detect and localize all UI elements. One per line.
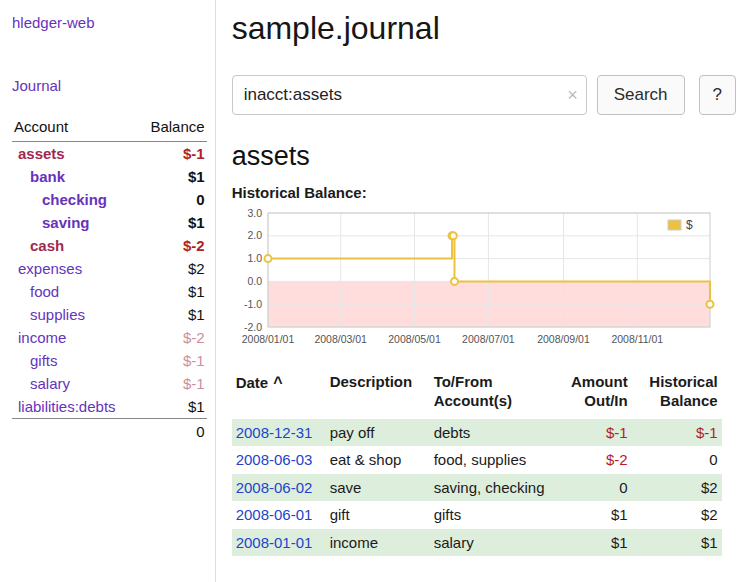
account-row: cash$-2 [12,234,207,257]
account-balance: $-2 [137,326,207,349]
register-table-body: 2008-12-31pay offdebts$-1$-12008-06-03ea… [232,419,722,557]
description-column-header: Description [326,371,430,419]
register-header-row: Date^ Description To/From Account(s) Amo… [232,371,722,419]
transaction-date-link[interactable]: 2008-06-01 [236,506,313,523]
account-link[interactable]: bank [30,168,65,185]
transaction-description-cell: eat & shop [326,446,430,474]
app-title: hledger-web [12,14,207,31]
chart-y-tick-label: 0.0 [247,275,262,287]
transaction-row: 2008-06-03eat & shopfood, supplies$-20 [232,446,722,474]
account-row: income$-2 [12,326,207,349]
account-row: supplies$1 [12,303,207,326]
transaction-balance-cell: $2 [632,474,722,502]
date-header-label: Date [236,374,269,391]
account-column-header: Account [12,118,137,142]
account-link[interactable]: cash [30,237,64,254]
account-tree-body: assets$-1bank$1checking0saving$1cash$-2e… [12,142,207,419]
account-balance: $1 [137,303,207,326]
transaction-date-link[interactable]: 2008-06-03 [236,451,313,468]
chart-y-tick-label: 2.0 [247,229,262,241]
account-link[interactable]: checking [42,191,107,208]
account-row: bank$1 [12,165,207,188]
transaction-balance-cell: $-1 [632,419,722,447]
search-button[interactable]: Search [597,75,685,115]
account-row: liabilities:debts$1 [12,395,207,419]
account-name-cell: liabilities:debts [12,395,137,419]
transaction-row: 2008-06-01giftgifts$1$2 [232,501,722,529]
account-balance: $1 [137,395,207,419]
date-column-header[interactable]: Date^ [232,371,326,419]
account-link[interactable]: liabilities:debts [18,398,116,415]
chart-y-tick-label: -1.0 [244,298,262,310]
sidebar: hledger-web Journal Account Balance asse… [0,0,216,582]
transaction-amount-cell: 0 [560,474,632,502]
transaction-date-link[interactable]: 2008-01-01 [236,534,313,551]
transaction-description-cell: pay off [326,419,430,447]
balance-column-header: Balance [137,118,207,142]
account-name-cell: income [12,326,137,349]
account-name-cell: salary [12,372,137,395]
nav-journal: Journal [12,77,207,94]
transaction-accounts-cell: saving, checking [430,474,560,502]
account-name-cell: food [12,280,137,303]
main-content: sample.journal × Search ? assets Histori… [216,0,742,582]
account-balance: $1 [137,280,207,303]
account-link[interactable]: salary [30,375,70,392]
transaction-balance-cell: 0 [632,446,722,474]
account-balance: $-2 [137,234,207,257]
transaction-date-cell: 2008-06-01 [232,501,326,529]
transaction-description-cell: save [326,474,430,502]
transaction-accounts-cell: salary [430,529,560,557]
transaction-amount-cell: $-1 [560,419,632,447]
account-balance: 0 [137,188,207,211]
account-link[interactable]: income [18,329,66,346]
clear-search-icon[interactable]: × [567,86,578,104]
transaction-date-link[interactable]: 2008-06-02 [236,479,313,496]
chart-x-tick-label: 2008/01/01 [241,333,294,345]
chart-y-tick-label: 1.0 [247,252,262,264]
account-balance: $-1 [137,372,207,395]
transaction-amount-cell: $1 [560,501,632,529]
account-row: checking0 [12,188,207,211]
account-name-cell: assets [12,142,137,166]
account-heading: assets [232,141,736,172]
account-tree: Account Balance assets$-1bank$1checking0… [12,118,207,443]
chart-data-point [706,301,713,308]
chart-data-point [451,278,458,285]
transaction-date-cell: 2008-12-31 [232,419,326,447]
account-link[interactable]: gifts [30,352,58,369]
transaction-date-link[interactable]: 2008-12-31 [236,424,313,441]
search-box: × [232,75,587,115]
account-tree-header-row: Account Balance [12,118,207,142]
account-link[interactable]: food [30,283,59,300]
account-row: assets$-1 [12,142,207,166]
transaction-balance-cell: $2 [632,501,722,529]
transaction-amount-cell: $1 [560,529,632,557]
account-name-cell: cash [12,234,137,257]
chart-x-tick-label: 2008/03/01 [314,333,367,345]
chart-data-point [264,255,271,262]
chart-legend-label: $ [686,218,693,232]
search-input[interactable] [232,75,587,115]
nav-journal-link[interactable]: Journal [12,77,61,94]
search-bar: × Search ? [232,75,736,115]
account-balance: $1 [137,211,207,234]
app-title-link[interactable]: hledger-web [12,14,95,31]
transaction-row: 2008-01-01incomesalary$1$1 [232,529,722,557]
transaction-row: 2008-06-02savesaving, checking0$2 [232,474,722,502]
help-button[interactable]: ? [699,75,736,115]
historical-balance-column-header: Historical Balance [632,371,722,419]
account-row: saving$1 [12,211,207,234]
chart-x-tick-label: 2008/11/01 [611,333,663,345]
transaction-accounts-cell: food, supplies [430,446,560,474]
account-link[interactable]: saving [42,214,90,231]
historical-balance-chart: 3.02.01.00.0-1.0-2.02008/01/012008/03/01… [232,205,718,357]
amount-column-header: Amount Out/In [560,371,632,419]
account-balance: $1 [137,165,207,188]
account-link[interactable]: expenses [18,260,82,277]
transaction-date-cell: 2008-01-01 [232,529,326,557]
account-link[interactable]: supplies [30,306,85,323]
account-link[interactable]: assets [18,145,65,162]
page-title: sample.journal [232,10,736,47]
account-name-cell: saving [12,211,137,234]
